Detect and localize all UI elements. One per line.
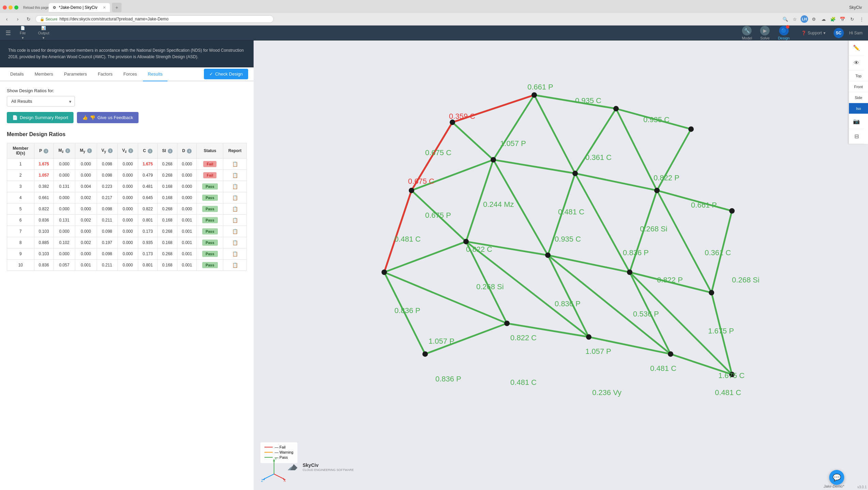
support-btn[interactable]: ❓ Support ▾: [799, 29, 828, 37]
user-profile-icon[interactable]: LH: [801, 15, 808, 23]
dropdown-wrapper: All ResultsFails OnlyPasses Only ▾: [7, 96, 75, 107]
cell-d: 0.000: [177, 192, 197, 203]
hamburger-menu[interactable]: ☰: [5, 29, 11, 37]
svg-point-56: [627, 270, 632, 275]
search-icon[interactable]: 🔍: [782, 15, 789, 23]
user-avatar[interactable]: SC: [834, 28, 844, 38]
cell-report[interactable]: 📋: [223, 215, 247, 226]
chat-button[interactable]: 💬: [829, 470, 844, 485]
browser-tab[interactable]: ⚙ *Jake-Demo | SkyCiv ✕: [49, 3, 110, 12]
svg-text:Z: Z: [261, 479, 263, 483]
address-bar[interactable]: 🔒 Secure https://dev.skyciv.com/structur…: [35, 15, 274, 23]
legend-warning: — Warning: [264, 450, 293, 454]
p-value: 0.103: [39, 251, 49, 256]
viz-area: 0.661 P 0.935 C 0.935 C 0.675 C 1.057 P …: [254, 40, 849, 490]
vz-info-icon[interactable]: i: [128, 148, 133, 153]
row-report-icon[interactable]: 📋: [232, 217, 238, 223]
row-report-icon[interactable]: 📋: [232, 240, 238, 245]
cell-report[interactable]: 📋: [223, 181, 247, 192]
row-report-icon[interactable]: 📋: [232, 173, 238, 178]
top-view-btn[interactable]: Top: [849, 70, 868, 81]
screenshot-tool[interactable]: 📷: [849, 114, 864, 129]
minimize-dot[interactable]: [9, 5, 13, 10]
reload-btn[interactable]: ↻: [25, 15, 33, 23]
maximize-dot[interactable]: [14, 5, 18, 10]
row-report-icon[interactable]: 📋: [232, 262, 238, 268]
p-info-icon[interactable]: i: [44, 149, 48, 153]
row-report-icon[interactable]: 📋: [232, 195, 238, 200]
svg-text:0.661 P: 0.661 P: [691, 201, 717, 209]
nav-model[interactable]: 🔧 Model: [738, 24, 755, 42]
cell-vy: 0.098: [97, 159, 117, 170]
cell-status: Pass: [197, 203, 223, 215]
puzzle-icon[interactable]: 🧩: [829, 15, 837, 23]
tab-details[interactable]: Details: [5, 67, 29, 81]
cell-p: 0.103: [34, 226, 53, 237]
new-tab-btn[interactable]: +: [112, 3, 122, 12]
table-row: 4 0.661 0.000 0.002 0.217 0.000 0.645 0.…: [7, 192, 247, 203]
nav-solve[interactable]: ▶ Solve: [757, 24, 773, 42]
svg-text:0.822 P: 0.822 P: [654, 174, 679, 182]
extension-icon[interactable]: ⚙: [810, 15, 818, 23]
cell-mz: 0.131: [53, 215, 75, 226]
calendar-icon[interactable]: 📅: [839, 15, 846, 23]
cell-d: 0.000: [177, 181, 197, 192]
row-report-icon[interactable]: 📋: [232, 229, 238, 234]
layers-tool[interactable]: ⊟: [849, 129, 864, 144]
side-view-btn[interactable]: Side: [849, 92, 868, 103]
my-info-icon[interactable]: i: [87, 148, 92, 153]
tab-factors[interactable]: Factors: [93, 67, 117, 81]
mz-info-icon[interactable]: i: [65, 148, 70, 153]
cloud-icon[interactable]: ☁: [820, 15, 827, 23]
nav-design[interactable]: 🔵 Design: [774, 24, 793, 42]
cell-report[interactable]: 📋: [223, 248, 247, 260]
cell-status: Pass: [197, 226, 223, 237]
row-report-icon[interactable]: 📋: [232, 251, 238, 257]
p-value: 0.103: [39, 229, 49, 234]
results-filter-dropdown[interactable]: All ResultsFails OnlyPasses Only: [7, 96, 75, 107]
check-design-button[interactable]: ✓ Check Design: [204, 69, 248, 79]
action-buttons: 📄 Design Summary Report 👍 👎 Give us Feed…: [7, 112, 247, 123]
show-ratios-label: Show Design Ratios for:: [7, 88, 247, 93]
cell-report[interactable]: 📋: [223, 237, 247, 248]
c-value: 0.173: [143, 251, 153, 256]
menu-dots-icon[interactable]: ⋮: [858, 15, 865, 23]
cell-si: 0.168: [158, 192, 177, 203]
c-value: 0.173: [143, 229, 153, 234]
close-dot[interactable]: [3, 5, 7, 10]
back-btn[interactable]: ‹: [3, 15, 11, 23]
bookmark-icon[interactable]: ☆: [791, 15, 799, 23]
cell-report[interactable]: 📋: [223, 170, 247, 181]
tab-forces[interactable]: Forces: [118, 67, 142, 81]
tab-members[interactable]: Members: [30, 67, 58, 81]
svg-point-49: [491, 157, 496, 163]
cell-report[interactable]: 📋: [223, 203, 247, 215]
nav-output[interactable]: 📊 Output ▾: [35, 24, 53, 42]
iso-view-btn[interactable]: Iso: [849, 103, 868, 114]
d-info-icon[interactable]: i: [187, 149, 192, 153]
c-info-icon[interactable]: i: [148, 149, 152, 153]
forward-btn[interactable]: ›: [14, 15, 22, 23]
row-report-icon[interactable]: 📋: [232, 206, 238, 212]
cell-report[interactable]: 📋: [223, 226, 247, 237]
si-info-icon[interactable]: i: [168, 149, 173, 153]
cell-report[interactable]: 📋: [223, 260, 247, 271]
design-summary-report-button[interactable]: 📄 Design Summary Report: [7, 112, 74, 123]
cell-report[interactable]: 📋: [223, 159, 247, 170]
edit-tool[interactable]: ✏️: [849, 40, 864, 55]
refresh-icon[interactable]: ↻: [848, 15, 856, 23]
vy-info-icon[interactable]: i: [108, 148, 113, 153]
front-view-btn[interactable]: Front: [849, 81, 868, 92]
tab-parameters[interactable]: Parameters: [59, 67, 92, 81]
tab-results[interactable]: Results: [143, 67, 167, 81]
cell-report[interactable]: 📋: [223, 192, 247, 203]
svg-text:0.935 C: 0.935 C: [575, 96, 601, 105]
view-tool[interactable]: 👁: [849, 55, 864, 70]
tab-close-btn[interactable]: ✕: [103, 5, 106, 10]
row-report-icon[interactable]: 📋: [232, 184, 238, 189]
row-report-icon[interactable]: 📋: [232, 161, 238, 167]
table-row: 8 0.885 0.102 0.002 0.197 0.000 0.935 0.…: [7, 237, 247, 248]
nav-file[interactable]: 📄 File ▾: [16, 24, 29, 42]
give-feedback-button[interactable]: 👍 👎 Give us Feedback: [77, 112, 139, 123]
status-badge-pass: Pass: [202, 251, 218, 257]
